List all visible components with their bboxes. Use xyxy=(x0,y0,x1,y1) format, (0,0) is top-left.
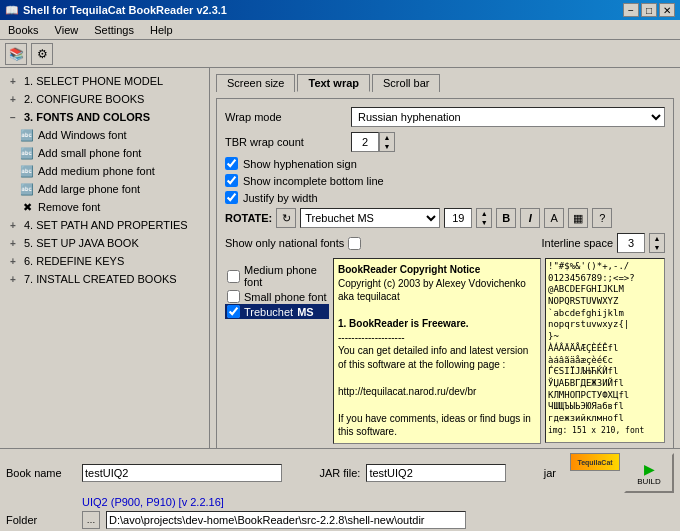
tequila-logo: TequilaCat xyxy=(570,453,620,471)
tab-scroll-bar[interactable]: Scroll bar xyxy=(372,74,440,92)
show-hyphenation-checkbox[interactable] xyxy=(225,157,238,170)
font-size-up[interactable]: ▲ xyxy=(477,209,491,218)
jar-input[interactable] xyxy=(366,464,506,482)
justify-label: Justify by width xyxy=(243,192,318,204)
sidebar-item-remove-font[interactable]: ✖ Remove font xyxy=(0,198,209,216)
sidebar-item-add-windows-font[interactable]: 🔤 Add Windows font xyxy=(0,126,209,144)
show-incomplete-checkbox[interactable] xyxy=(225,174,238,187)
close-button[interactable]: ✕ xyxy=(659,3,675,17)
wrap-mode-label: Wrap mode xyxy=(225,111,345,123)
sidebar-item-step1[interactable]: + 1. SELECT PHONE MODEL xyxy=(0,72,209,90)
font-list-item-medium[interactable]: Medium phone font xyxy=(225,263,329,289)
rotate-icon-btn[interactable]: ↻ xyxy=(276,208,296,228)
expand-icon-step4: + xyxy=(6,218,20,232)
justify-row: Justify by width xyxy=(225,191,665,204)
menu-bar: Books View Settings Help xyxy=(0,20,680,40)
toolbar-settings-btn[interactable]: ⚙ xyxy=(31,43,53,65)
spin-down-btn[interactable]: ▼ xyxy=(380,142,394,151)
font-list: Medium phone font Small phone font Trebu… xyxy=(225,263,329,319)
app-icon: 📖 xyxy=(5,4,19,17)
italic-button[interactable]: I xyxy=(520,208,540,228)
menu-books[interactable]: Books xyxy=(4,23,43,37)
maximize-button[interactable]: □ xyxy=(641,3,657,17)
interline-input[interactable] xyxy=(617,233,645,253)
font-icon-1: 🔤 xyxy=(20,128,34,142)
show-hyphenation-row: Show hyphenation sign xyxy=(225,157,665,170)
font-help-btn[interactable]: ? xyxy=(592,208,612,228)
font-color-btn[interactable]: A xyxy=(544,208,564,228)
title-bar: 📖 Shell for TequilaCat BookReader v2.3.1… xyxy=(0,0,680,20)
minimize-button[interactable]: − xyxy=(623,3,639,17)
justify-checkbox[interactable] xyxy=(225,191,238,204)
show-incomplete-label: Show incomplete bottom line xyxy=(243,175,384,187)
menu-help[interactable]: Help xyxy=(146,23,177,37)
wrap-mode-select[interactable]: Russian hyphenationEnglish hyphenationNo… xyxy=(351,107,665,127)
folder-input[interactable] xyxy=(106,511,466,529)
expand-icon-step7: + xyxy=(6,272,20,286)
sidebar-item-step7[interactable]: + 7. INSTALL CREATED BOOKS xyxy=(0,270,209,288)
bold-button[interactable]: B xyxy=(496,208,516,228)
spin-up-btn[interactable]: ▲ xyxy=(380,133,394,142)
folder-label: Folder xyxy=(6,514,76,526)
toolbar: 📚 ⚙ xyxy=(0,40,680,68)
sidebar-label-step6: 6. REDEFINE KEYS xyxy=(24,255,124,267)
font-name-select[interactable]: Trebuchet MS xyxy=(300,208,440,228)
expand-icon-step1: + xyxy=(6,74,20,88)
font-size-input[interactable] xyxy=(444,208,472,228)
tbr-wrap-count-input[interactable] xyxy=(351,132,379,152)
menu-view[interactable]: View xyxy=(51,23,83,37)
sidebar-item-add-small-font[interactable]: 🔤 Add small phone font xyxy=(0,144,209,162)
tbr-wrap-count-spin: ▲ ▼ xyxy=(351,132,395,152)
bottom-fields: Book name JAR file: jar TequilaCat ▶ BUI… xyxy=(0,448,680,531)
content-area: Screen size Text wrap Scroll bar Wrap mo… xyxy=(210,68,680,448)
sidebar-label-step5: 5. SET UP JAVA BOOK xyxy=(24,237,139,249)
sidebar-label-step7: 7. INSTALL CREATED BOOKS xyxy=(24,273,177,285)
toolbar-books-btn[interactable]: 📚 xyxy=(5,43,27,65)
tab-screen-size[interactable]: Screen size xyxy=(216,74,295,92)
rotate-row: ROTATE: ↻ Trebuchet MS ▲ ▼ B I A ▦ ? xyxy=(225,208,665,228)
interline-down[interactable]: ▼ xyxy=(650,243,664,252)
font-trebuchet-checkbox[interactable] xyxy=(227,305,240,318)
sidebar-item-add-medium-font[interactable]: 🔤 Add medium phone font xyxy=(0,162,209,180)
sidebar-item-step5[interactable]: + 5. SET UP JAVA BOOK xyxy=(0,234,209,252)
book-name-row: Book name JAR file: jar TequilaCat ▶ BUI… xyxy=(6,453,674,493)
expand-icon-step6: + xyxy=(6,254,20,268)
sidebar-label-add-medium-font: Add medium phone font xyxy=(38,165,155,177)
show-incomplete-row: Show incomplete bottom line xyxy=(225,174,665,187)
font-bg-btn[interactable]: ▦ xyxy=(568,208,588,228)
menu-settings[interactable]: Settings xyxy=(90,23,138,37)
version-label: UIQ2 (P900, P910) [v 2.2.16] xyxy=(82,496,224,508)
font-trebuchet-label: Trebuchet xyxy=(244,306,293,318)
sidebar: + 1. SELECT PHONE MODEL + 2. CONFIGURE B… xyxy=(0,68,210,448)
preview-area: Medium phone font Small phone font Trebu… xyxy=(225,258,665,448)
preview-chars-content: !"#$%&'()*+,-./ 0123456789:;<=>? @ABCDEF… xyxy=(548,261,662,436)
remove-font-icon: ✖ xyxy=(20,200,34,214)
sidebar-item-step3[interactable]: − 3. FONTS AND COLORS xyxy=(0,108,209,126)
sidebar-item-step4[interactable]: + 4. SET PATH AND PROPERTIES xyxy=(0,216,209,234)
rotate-label: ROTATE: xyxy=(225,212,272,224)
national-fonts-row: Show only national fonts Interline space… xyxy=(225,233,665,253)
national-fonts-checkbox[interactable] xyxy=(348,237,361,250)
font-size-down[interactable]: ▼ xyxy=(477,218,491,227)
sidebar-item-add-large-font[interactable]: 🔤 Add large phone font xyxy=(0,180,209,198)
build-button[interactable]: ▶ BUILD xyxy=(624,453,674,493)
sidebar-label-step3: 3. FONTS AND COLORS xyxy=(24,111,150,123)
sidebar-item-step2[interactable]: + 2. CONFIGURE BOOKS xyxy=(0,90,209,108)
folder-browse-btn[interactable]: … xyxy=(82,511,100,529)
font-medium-checkbox[interactable] xyxy=(227,270,240,283)
jar-label: JAR file: xyxy=(319,467,360,479)
interline-up[interactable]: ▲ xyxy=(650,234,664,243)
show-hyphenation-label: Show hyphenation sign xyxy=(243,158,357,170)
tab-text-wrap[interactable]: Text wrap xyxy=(297,74,370,92)
font-list-item-small[interactable]: Small phone font xyxy=(225,289,329,304)
sidebar-label-remove-font: Remove font xyxy=(38,201,100,213)
font-small-checkbox[interactable] xyxy=(227,290,240,303)
img-size-info: img: 151 x 210, font xyxy=(548,426,644,435)
font-icon-2: 🔤 xyxy=(20,146,34,160)
build-label: BUILD xyxy=(637,477,661,486)
book-name-input[interactable] xyxy=(82,464,282,482)
font-list-item-trebuchet[interactable]: TrebuchetMS xyxy=(225,304,329,319)
sidebar-item-step6[interactable]: + 6. REDEFINE KEYS xyxy=(0,252,209,270)
font-trebuchet-label-b: MS xyxy=(297,306,314,318)
version-row: UIQ2 (P900, P910) [v 2.2.16] xyxy=(6,496,674,508)
